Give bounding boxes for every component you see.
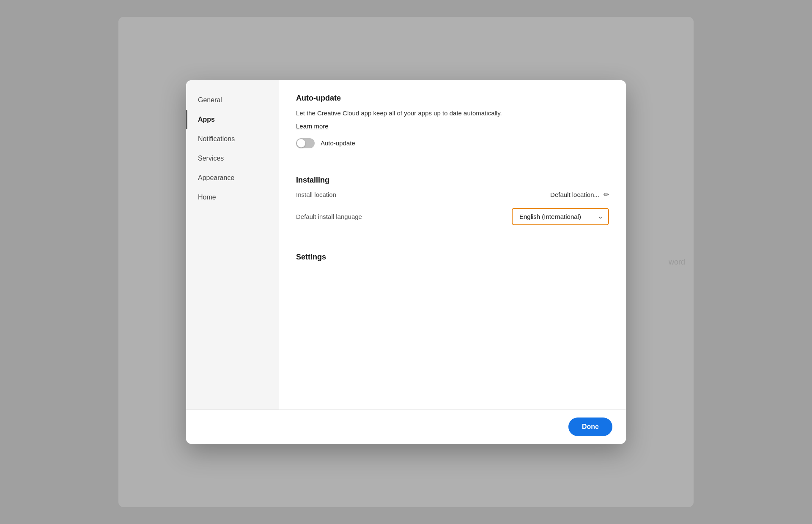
settings-section: Settings [279,239,626,281]
install-location-row: Install location Default location... ✏ [296,191,609,199]
autoupdate-section: Auto-update Let the Creative Cloud app k… [279,80,626,162]
outer-background: word General Apps Notifications Services… [118,17,694,507]
learn-more-link[interactable]: Learn more [296,123,329,130]
autoupdate-toggle-row: Auto-update [296,138,609,148]
autoupdate-title: Auto-update [296,94,609,103]
sidebar-item-apps[interactable]: Apps [186,110,279,129]
installing-title: Installing [296,176,609,185]
settings-title: Settings [296,253,609,262]
sidebar-item-notifications[interactable]: Notifications [186,129,279,149]
dialog-footer: Done [186,409,626,444]
sidebar-item-home[interactable]: Home [186,188,279,207]
edit-location-icon[interactable]: ✏ [604,191,609,199]
autoupdate-description: Let the Creative Cloud app keep all of y… [296,109,609,118]
sidebar-item-appearance[interactable]: Appearance [186,168,279,188]
install-location-value: Default location... [550,191,599,198]
language-select[interactable]: English (International) English (US) Fre… [512,208,609,225]
language-select-wrapper: English (International) English (US) Fre… [512,208,609,225]
install-location-value-group: Default location... ✏ [550,191,609,199]
done-button[interactable]: Done [568,418,612,436]
default-language-row: Default install language English (Intern… [296,208,609,225]
sidebar: General Apps Notifications Services Appe… [186,80,279,409]
sidebar-item-general[interactable]: General [186,90,279,110]
dialog-body: General Apps Notifications Services Appe… [186,80,626,409]
install-location-label: Install location [296,191,336,198]
main-content: Auto-update Let the Creative Cloud app k… [279,80,626,409]
installing-section: Installing Install location Default loca… [279,162,626,239]
settings-dialog: General Apps Notifications Services Appe… [186,80,626,444]
autoupdate-toggle-label: Auto-update [321,139,355,147]
autoupdate-toggle[interactable] [296,138,315,148]
default-language-label: Default install language [296,213,362,220]
sidebar-item-services[interactable]: Services [186,149,279,168]
background-password-hint: word [669,258,685,267]
